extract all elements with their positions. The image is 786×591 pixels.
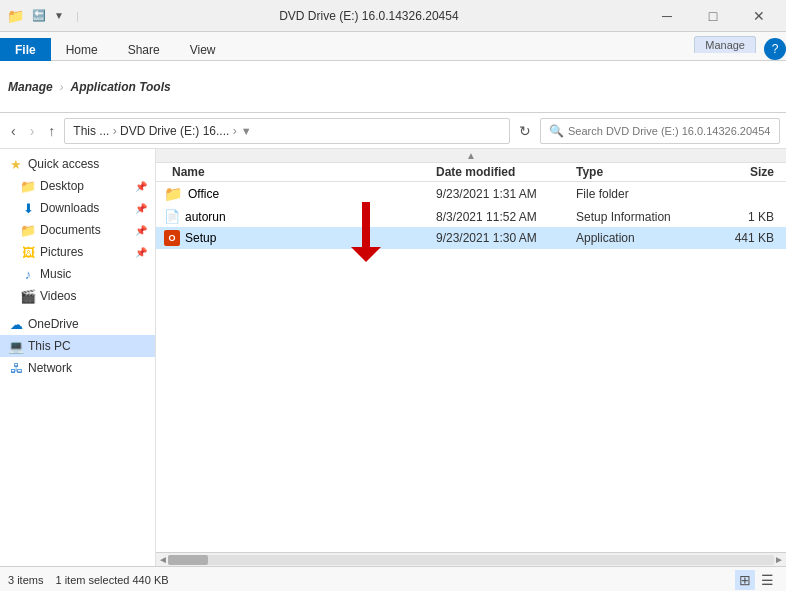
tab-arrow: › [60,81,64,93]
sidebar-label-videos: Videos [40,289,76,303]
titlebar-undo[interactable]: 🔙 [29,7,49,24]
inf-icon: 📄 [164,209,180,224]
col-name[interactable]: Name [156,165,436,179]
sidebar-item-onedrive[interactable]: ☁ OneDrive [0,313,155,335]
col-size[interactable]: Size [706,165,786,179]
sidebar-label-onedrive: OneDrive [28,317,79,331]
sidebar-item-quick-access[interactable]: ★ Quick access [0,153,155,175]
back-button[interactable]: ‹ [6,120,21,142]
sidebar-item-thispc[interactable]: 💻 This PC [0,335,155,357]
sidebar-item-network[interactable]: 🖧 Network [0,357,155,379]
onedrive-icon: ☁ [8,316,24,332]
tab-view[interactable]: View [175,38,231,61]
search-box[interactable]: 🔍 [540,118,780,144]
titlebar-dropdown[interactable]: ▼ [51,8,67,23]
file-size-setup: 441 KB [706,231,786,245]
search-icon: 🔍 [549,124,564,138]
sidebar-label-thispc: This PC [28,339,71,353]
sidebar-item-music[interactable]: ♪ Music [0,263,155,285]
help-button[interactable]: ? [764,38,786,60]
titlebar-quickaccess[interactable]: 📁 🔙 ▼ | [4,6,86,26]
sidebar: ★ Quick access 📁 Desktop 📌 ⬇ Downloads 📌… [0,149,156,566]
folder-icon-3: 🖼 [20,244,36,260]
office-label: Office [188,187,219,201]
maximize-button[interactable]: □ [690,0,736,32]
folder-icon-2: 📁 [20,222,36,238]
sidebar-item-desktop[interactable]: 📁 Desktop 📌 [0,175,155,197]
ribbon-manage-label: Manage [694,36,756,53]
folder-icon-office: 📁 [164,185,183,203]
file-list-header: Name Date modified Type Size [156,163,786,182]
col-type[interactable]: Type [576,165,706,179]
scrollbar-area[interactable]: ◄ ► [156,552,786,566]
ribbon-tabs: File Home Share View Manage ? [0,32,786,60]
sidebar-label-quick-access: Quick access [28,157,99,171]
file-row-setup[interactable]: O Setup 9/23/2021 1:30 AM Application 44… [156,227,786,249]
col-date[interactable]: Date modified [436,165,576,179]
star-icon: ★ [8,156,24,172]
file-type-autorun: Setup Information [576,210,706,224]
ribbon-content: Manage › Application Tools [0,60,786,112]
svg-marker-2 [351,247,381,262]
pin-icon: 📌 [135,181,147,192]
office-app-icon: O [164,230,180,246]
file-date-setup: 9/23/2021 1:30 AM [436,231,576,245]
ribbon: File Home Share View Manage ? Manage › A… [0,32,786,113]
main-layout: ★ Quick access 📁 Desktop 📌 ⬇ Downloads 📌… [0,149,786,566]
view-switcher: ⊞ ☰ [735,570,778,590]
minimize-button[interactable]: ─ [644,0,690,32]
file-name-autorun: 📄 autorun [156,209,436,224]
titlebar-separator: | [73,8,82,24]
window-controls[interactable]: ─ □ ✕ [644,0,782,32]
grid-view-button[interactable]: ⊞ [735,570,755,590]
sidebar-label-documents: Documents [40,223,101,237]
title-bar: 📁 🔙 ▼ | DVD Drive (E:) 16.0.14326.20454 … [0,0,786,32]
scroll-right-btn[interactable]: ► [774,554,784,565]
pin-icon-2: 📌 [135,203,147,214]
scrollbar-track[interactable] [168,555,774,565]
breadcrumb[interactable]: This ... › DVD Drive (E:) 16.... › ▼ [64,118,510,144]
scroll-left-btn[interactable]: ◄ [158,554,168,565]
manage-tab-label: Manage [8,80,53,94]
music-icon: ♪ [20,266,36,282]
window-title: DVD Drive (E:) 16.0.14326.20454 [94,9,644,23]
file-row-office[interactable]: 📁 Office 9/23/2021 1:31 AM File folder [156,182,786,206]
list-view-button[interactable]: ☰ [757,570,778,590]
thispc-icon: 💻 [8,338,24,354]
close-button[interactable]: ✕ [736,0,782,32]
forward-button[interactable]: › [25,120,40,142]
file-area: ▲ Name Date modified Type Size 📁 Off [156,149,786,566]
sidebar-item-videos[interactable]: 🎬 Videos [0,285,155,307]
video-icon: 🎬 [20,288,36,304]
scroll-up-arrow: ▲ [466,150,476,161]
file-date-office: 9/23/2021 1:31 AM [436,187,576,201]
sidebar-item-downloads[interactable]: ⬇ Downloads 📌 [0,197,155,219]
tab-home[interactable]: Home [51,38,113,61]
refresh-button[interactable]: ↻ [514,120,536,142]
tab-file[interactable]: File [0,38,51,61]
scroll-up-indicator: ▲ [156,149,786,163]
file-list: 📁 Office 9/23/2021 1:31 AM File folder 📄… [156,182,786,552]
tab-share[interactable]: Share [113,38,175,61]
breadcrumb-dropdown[interactable]: ▼ [241,125,252,137]
nav-bar: ‹ › ↑ This ... › DVD Drive (E:) 16.... ›… [0,113,786,149]
file-date-autorun: 8/3/2021 11:52 AM [436,210,576,224]
up-button[interactable]: ↑ [43,120,60,142]
breadcrumb-text: This ... › DVD Drive (E:) 16.... › [73,124,236,138]
pin-icon-4: 📌 [135,247,147,258]
sidebar-label-downloads: Downloads [40,201,99,215]
sidebar-item-documents[interactable]: 📁 Documents 📌 [0,219,155,241]
file-name-office: 📁 Office [156,185,436,203]
scrollbar-thumb[interactable] [168,555,208,565]
col-size-label: Size [750,165,774,179]
folder-icon: 📁 [20,178,36,194]
sidebar-item-pictures[interactable]: 🖼 Pictures 📌 [0,241,155,263]
col-date-label: Date modified [436,165,515,179]
setup-label: Setup [185,231,216,245]
search-input[interactable] [568,125,771,137]
file-row-autorun[interactable]: 📄 autorun 8/3/2021 11:52 AM Setup Inform… [156,206,786,227]
selection-info: 1 item selected 440 KB [55,574,168,586]
network-icon: 🖧 [8,360,24,376]
file-type-setup: Application [576,231,706,245]
ribbon-app-tools-label: Manage › Application Tools [8,80,171,94]
